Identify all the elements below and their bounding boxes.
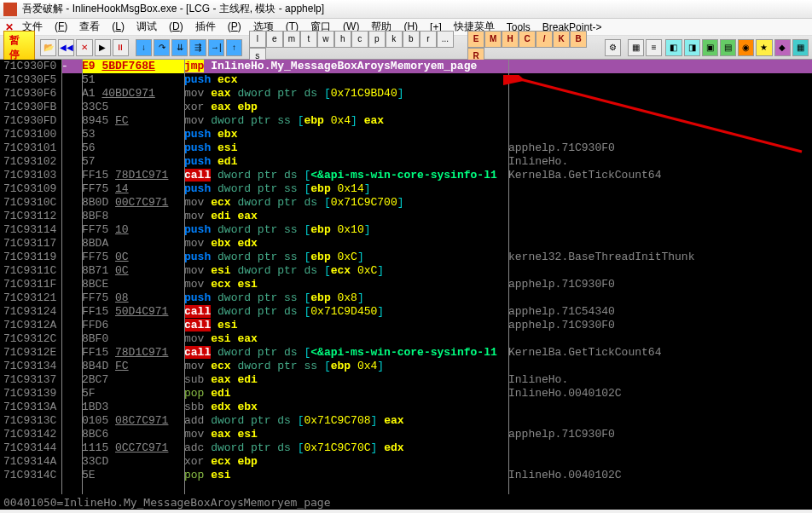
asm-row[interactable]: 71C93114 FF75 10push dword ptr ss:[ebp+0…: [0, 223, 812, 237]
menu-debug[interactable]: 调试(D): [136, 20, 183, 34]
view-e[interactable]: e: [266, 31, 283, 48]
panel-3[interactable]: ▣: [702, 39, 718, 56]
asm-row[interactable]: 71C9314A 33CDxor ecx,ebp: [0, 455, 812, 469]
open-button[interactable]: 📂: [40, 39, 56, 56]
asm-row[interactable]: 71C93137 2BC7sub eax,ediInlineHo.: [0, 373, 812, 387]
toolbar: 暂停 📂 ◀◀ ✕ ▶ ⏸ ↓ ↷ ⇊ ⇶ →| ↑ lemtwhcpkbr..…: [0, 36, 812, 60]
asm-row[interactable]: 71C93121 FF75 08push dword ptr ss:[ebp+0…: [0, 291, 812, 305]
k-/[interactable]: /: [536, 31, 553, 48]
asm-row[interactable]: 71C9310C 8B0D 00C7C971mov ecx,dword ptr …: [0, 196, 812, 210]
menu-plugin[interactable]: 插件(P): [195, 20, 241, 34]
view-c[interactable]: c: [351, 31, 368, 48]
asm-row[interactable]: 71C9314C 5Epop esiInlineHo.0040102C: [0, 469, 812, 482]
k-C[interactable]: C: [519, 31, 536, 48]
asm-row[interactable]: 71C930FD 8945 FCmov dword ptr ss:[ebp-0x…: [0, 114, 812, 128]
asm-row[interactable]: 71C930FB 33C5xor eax,ebp: [0, 101, 812, 114]
asm-row[interactable]: 71C93103 FF15 78D1C971call dword ptr ds:…: [0, 169, 812, 182]
panel-8[interactable]: ▦: [792, 39, 809, 56]
asm-row[interactable]: 71C93142 8BC6mov eax,esiapphelp.71C930F0: [0, 428, 812, 441]
asm-row[interactable]: 71C9311C 8B71 0Cmov esi,dword ptr ds:[ec…: [0, 264, 812, 278]
asm-row[interactable]: 71C9312E FF15 78D1C971call dword ptr ds:…: [0, 346, 812, 360]
asm-row[interactable]: 71C930F6 A1 40BDC971mov eax,dword ptr ds…: [0, 87, 812, 101]
panel-7[interactable]: ◆: [774, 39, 791, 56]
asm-row[interactable]: 71C93144 1115 0CC7C971adc dword ptr ds:[…: [0, 441, 812, 455]
asm-row[interactable]: 71C9313C 0105 08C7C971add dword ptr ds:[…: [0, 414, 812, 428]
panel-5[interactable]: ◉: [738, 39, 754, 56]
panel-2[interactable]: ◨: [684, 39, 700, 56]
view-b[interactable]: b: [403, 31, 420, 48]
panel-6[interactable]: ★: [756, 39, 772, 56]
trace-over-button[interactable]: ⇶: [189, 39, 206, 56]
k-K[interactable]: K: [553, 31, 570, 48]
return-button[interactable]: ↑: [226, 39, 242, 56]
window-title: 吾爱破解 - InlineHookMsgBox.exe - [LCG - 主线程…: [22, 2, 324, 16]
asm-row[interactable]: 71C9312C 8BF0mov esi,eax: [0, 332, 812, 346]
k-E[interactable]: E: [467, 31, 484, 48]
asm-row[interactable]: 71C93119 FF75 0Cpush dword ptr ss:[ebp+0…: [0, 251, 812, 264]
k-B[interactable]: B: [570, 31, 587, 48]
asm-row[interactable]: 71C93112 8BF8mov edi,eax: [0, 210, 812, 223]
tool-2[interactable]: ≡: [646, 39, 662, 56]
asm-row[interactable]: 71C93100 53push ebx: [0, 128, 812, 141]
asm-row[interactable]: 71C93124 FF15 50D4C971call dword ptr ds:…: [0, 305, 812, 319]
asm-row[interactable]: 71C9312A FFD6call esiapphelp.71C930F0: [0, 319, 812, 332]
tool-1[interactable]: ▦: [628, 39, 644, 56]
view-m[interactable]: m: [283, 31, 300, 48]
asm-row[interactable]: 71C9311F 8BCEmov ecx,esiapphelp.71C930F0: [0, 278, 812, 291]
view-r[interactable]: r: [420, 31, 437, 48]
view-p[interactable]: p: [368, 31, 386, 48]
trace-into-button[interactable]: ⇊: [171, 39, 188, 56]
run-button[interactable]: ▶: [95, 39, 111, 56]
asm-row[interactable]: 71C930F0-E9 5BDF768Ejmp InlineHo.My_Mess…: [0, 60, 812, 73]
asm-row[interactable]: 71C93109 FF75 14push dword ptr ss:[ebp+0…: [0, 182, 812, 196]
view-...[interactable]: ...: [437, 31, 454, 48]
asm-row[interactable]: 71C930F5 51push ecx: [0, 73, 812, 87]
step-over-button[interactable]: ↷: [154, 39, 170, 56]
pause-button[interactable]: ⏸: [113, 39, 129, 56]
k-M[interactable]: M: [484, 31, 502, 48]
panel-1[interactable]: ◧: [665, 39, 682, 56]
view-k[interactable]: k: [386, 31, 403, 48]
view-w[interactable]: w: [317, 31, 334, 48]
step-into-button[interactable]: ↓: [136, 39, 152, 56]
asm-row[interactable]: 71C93139 5Fpop ediInlineHo.0040102C: [0, 387, 812, 401]
asm-row[interactable]: 71C9313A 1BD3sbb edx,ebx: [0, 401, 812, 414]
view-l[interactable]: l: [249, 31, 266, 48]
restart-button[interactable]: ◀◀: [58, 39, 74, 56]
disassembly-view[interactable]: 71C930F0-E9 5BDF768Ejmp InlineHo.My_Mess…: [0, 60, 812, 494]
view-t[interactable]: t: [300, 31, 317, 48]
view-h[interactable]: h: [334, 31, 351, 48]
asm-row[interactable]: 71C93101 56push esiapphelp.71C930F0: [0, 141, 812, 155]
k-H[interactable]: H: [502, 31, 519, 48]
status-text: 00401050=InlineHo.My_MessageBoxAroysMemo…: [3, 496, 331, 509]
execute-till-button[interactable]: →|: [208, 39, 224, 56]
panel-4[interactable]: ▤: [720, 39, 736, 56]
status-bar: 00401050=InlineHo.My_MessageBoxAroysMemo…: [0, 494, 812, 510]
app-icon: [3, 3, 17, 16]
menu-view[interactable]: 查看(L): [79, 20, 125, 34]
asm-row[interactable]: 71C93102 57push ediInlineHo.: [0, 155, 812, 169]
asm-row[interactable]: 71C93117 8BDAmov ebx,edx: [0, 237, 812, 251]
asm-row[interactable]: 71C93134 8B4D FCmov ecx,dword ptr ss:[eb…: [0, 360, 812, 373]
settings-button[interactable]: ⚙: [605, 39, 621, 56]
close-button[interactable]: ✕: [76, 39, 92, 56]
